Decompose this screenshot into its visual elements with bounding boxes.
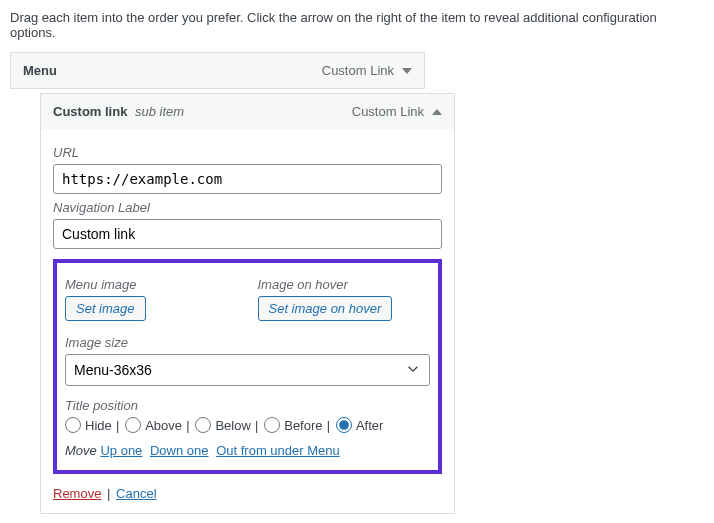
remove-link[interactable]: Remove [53,486,101,501]
image-size-select[interactable]: Menu-36x36 [65,354,430,386]
image-size-label: Image size [65,335,430,350]
move-out-from-link[interactable]: Out from under Menu [216,443,340,458]
instructions-text: Drag each item into the order you prefer… [10,10,704,40]
move-row: Move Up one Down one Out from under Menu [65,443,430,458]
menu-item-settings-panel: URL Navigation Label Menu image Set imag… [40,129,455,514]
radio-below[interactable]: Below [195,417,250,433]
menu-item-type-label: Custom Link [352,104,424,119]
nav-label-label: Navigation Label [53,200,442,215]
set-image-hover-button[interactable]: Set image on hover [258,296,393,321]
radio-above[interactable]: Above [125,417,182,433]
url-input[interactable] [53,164,442,194]
title-position-label: Title position [65,398,430,413]
title-position-radio-group: Hide| Above| Below| Before| After [65,417,430,433]
footer-row: Remove | Cancel [53,486,442,501]
menu-item-sub[interactable]: Custom link sub item Custom Link [40,93,455,129]
menu-item-title: Menu [23,63,57,78]
chevron-up-icon[interactable] [432,109,442,115]
radio-hide[interactable]: Hide [65,417,112,433]
menu-item-top[interactable]: Menu Custom Link [10,52,425,89]
chevron-down-icon[interactable] [402,68,412,74]
radio-after[interactable]: After [336,417,383,433]
menu-image-label: Menu image [65,277,238,292]
move-label: Move [65,443,97,458]
image-hover-label: Image on hover [258,277,431,292]
radio-before[interactable]: Before [264,417,322,433]
move-up-one-link[interactable]: Up one [100,443,142,458]
menu-item-title: Custom link [53,104,127,119]
menu-image-section: Menu image Set image Image on hover Set … [53,259,442,474]
menu-item-subtitle: sub item [135,104,184,119]
url-label: URL [53,145,442,160]
cancel-link[interactable]: Cancel [116,486,156,501]
move-down-one-link[interactable]: Down one [150,443,209,458]
set-image-button[interactable]: Set image [65,296,146,321]
nav-label-input[interactable] [53,219,442,249]
menu-item-type-label: Custom Link [322,63,394,78]
